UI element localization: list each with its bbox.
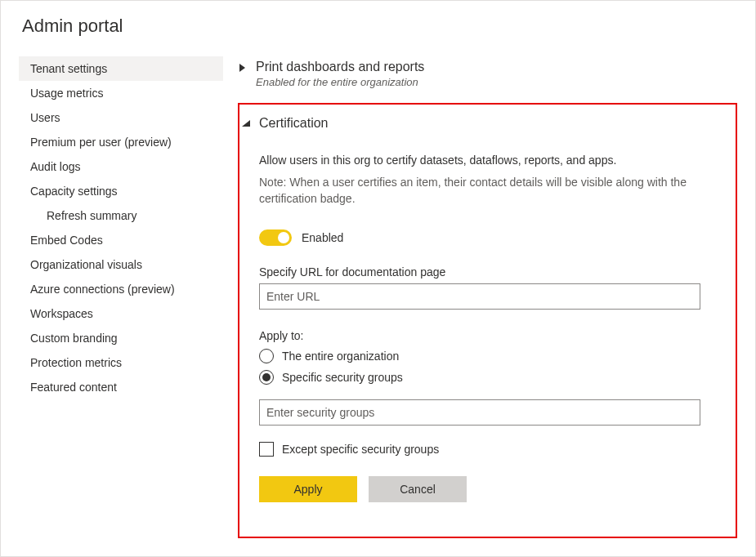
- page-title: Admin portal: [19, 16, 737, 37]
- sidebar-item-embed-codes[interactable]: Embed Codes: [19, 228, 223, 252]
- sidebar-item-audit-logs[interactable]: Audit logs: [19, 154, 223, 179]
- sidebar-item-protection-metrics[interactable]: Protection metrics: [19, 350, 223, 375]
- layout: Tenant settingsUsage metricsUsersPremium…: [19, 56, 737, 538]
- except-label: Except specific security groups: [282, 443, 439, 456]
- section-certification-title[interactable]: Certification: [259, 116, 721, 131]
- section-print-subtitle: Enabled for the entire organization: [256, 76, 424, 88]
- sidebar-item-users[interactable]: Users: [19, 105, 223, 130]
- cancel-button[interactable]: Cancel: [369, 476, 467, 502]
- sidebar-item-tenant-settings[interactable]: Tenant settings: [19, 56, 223, 81]
- radio-groups-label: Specific security groups: [282, 371, 403, 384]
- radio-specific-groups[interactable]: Specific security groups: [259, 370, 721, 385]
- security-groups-input[interactable]: [259, 399, 700, 426]
- sidebar-item-usage-metrics[interactable]: Usage metrics: [19, 81, 223, 105]
- certification-note: Note: When a user certifies an item, the…: [259, 175, 700, 207]
- sidebar-item-featured-content[interactable]: Featured content: [19, 375, 223, 399]
- sidebar-item-organizational-visuals[interactable]: Organizational visuals: [19, 252, 223, 277]
- sidebar-item-azure-connections-preview[interactable]: Azure connections (preview): [19, 277, 223, 301]
- section-certification: Certification Allow users in this org to…: [238, 103, 737, 538]
- apply-to-label: Apply to:: [259, 329, 721, 342]
- section-print-title[interactable]: Print dashboards and reports: [256, 60, 424, 74]
- sidebar-item-premium-per-user-preview[interactable]: Premium per user (preview): [19, 130, 223, 154]
- certification-description: Allow users in this org to certify datas…: [259, 154, 721, 167]
- url-field-label: Specify URL for documentation page: [259, 265, 721, 278]
- svg-marker-1: [242, 120, 250, 127]
- checkbox-icon: [259, 442, 274, 457]
- url-input[interactable]: [259, 283, 700, 310]
- sidebar-item-custom-branding[interactable]: Custom branding: [19, 326, 223, 350]
- enabled-toggle[interactable]: [259, 229, 292, 246]
- except-checkbox-row[interactable]: Except specific security groups: [259, 442, 721, 457]
- sidebar-item-capacity-settings[interactable]: Capacity settings: [19, 179, 223, 203]
- main-content: Print dashboards and reports Enabled for…: [238, 56, 737, 538]
- enabled-label: Enabled: [302, 231, 343, 244]
- sidebar-item-refresh-summary[interactable]: Refresh summary: [19, 203, 223, 228]
- svg-marker-0: [239, 64, 245, 72]
- sidebar: Tenant settingsUsage metricsUsersPremium…: [19, 56, 223, 538]
- caret-right-icon[interactable]: [238, 64, 248, 72]
- apply-button[interactable]: Apply: [259, 476, 357, 502]
- sidebar-item-workspaces[interactable]: Workspaces: [19, 301, 223, 326]
- radio-icon: [259, 370, 274, 385]
- caret-down-icon[interactable]: [241, 120, 251, 522]
- radio-entire-organization[interactable]: The entire organization: [259, 349, 721, 363]
- radio-icon: [259, 349, 274, 363]
- section-print: Print dashboards and reports Enabled for…: [238, 56, 737, 95]
- radio-entire-label: The entire organization: [282, 350, 399, 363]
